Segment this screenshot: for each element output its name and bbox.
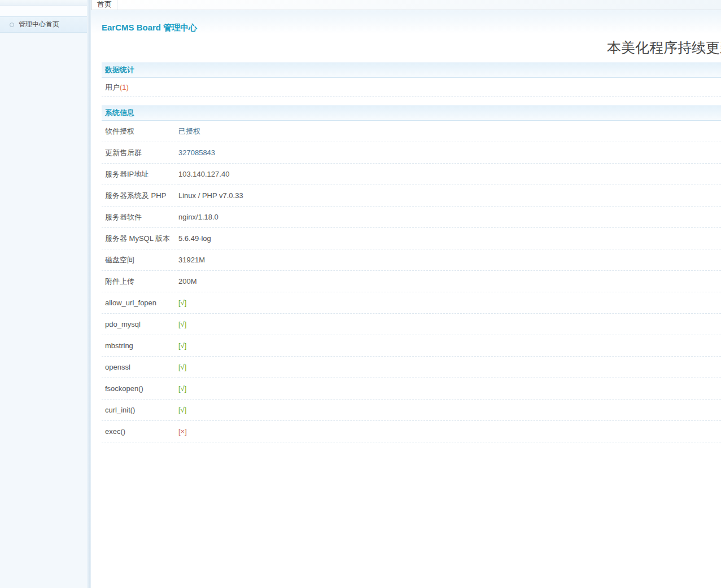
system-info-value: 200M [178,277,197,286]
system-info-table-body: 软件授权已授权更新售后群327085843服务器IP地址103.140.127.… [102,121,721,442]
system-info-value: 31921M [178,256,205,264]
check-ok-indicator: [√] [178,341,186,350]
system-info-row-label: fsockopen() [102,378,178,400]
system-info-row: openssl[√] [102,357,721,378]
marquee-text: 本美化程序持续更新 [102,40,721,56]
sidebar-item-admin-home[interactable]: 管理中心首页 [0,16,87,33]
sidebar-gap [0,6,87,16]
check-ok-indicator: [√] [178,363,186,371]
system-info-row: 附件上传200M [102,271,721,292]
system-info-value: 103.140.127.40 [178,170,229,178]
bullet-circle-icon [10,23,14,27]
system-info-row: 服务器系统及 PHPLinux / PHP v7.0.33 [102,185,721,207]
stats-user-row: 用户(1) [102,78,721,97]
content-area: EarCMS Board 管理中心 本美化程序持续更新 数据统计 用户(1) 系… [91,10,721,588]
page-title: EarCMS Board 管理中心 [102,10,721,32]
sidebar-top-strip [0,0,87,6]
stats-user-label: 用户 [105,83,120,91]
system-info-value-link[interactable]: 已授权 [178,127,200,135]
system-info-value: nginx/1.18.0 [178,213,219,221]
system-info-row: mbstring[√] [102,335,721,357]
main-area: 首页 EarCMS Board 管理中心 本美化程序持续更新 数据统计 用户(1… [91,0,721,588]
system-info-row: allow_url_fopen[√] [102,292,721,314]
system-info-row: pdo_mysql[√] [102,314,721,335]
system-info-row-label: 附件上传 [102,271,178,292]
tab-bar: 首页 [91,0,721,10]
system-info-panel-header: 系统信息 [102,105,721,121]
system-info-panel: 系统信息 软件授权已授权更新售后群327085843服务器IP地址103.140… [102,105,721,442]
app-window: 管理中心首页 首页 EarCMS Board 管理中心 本美化程序持续更新 数据… [0,0,721,588]
system-info-value: 5.6.49-log [178,234,211,243]
sidebar-divider [87,0,91,588]
system-info-row: 软件授权已授权 [102,121,721,142]
tab-home[interactable]: 首页 [91,0,117,10]
system-info-row-label: 软件授权 [102,121,178,142]
system-info-value-link[interactable]: 327085843 [178,148,215,157]
system-info-row: fsockopen()[√] [102,378,721,400]
system-info-row: 磁盘空间31921M [102,249,721,271]
system-info-row: 服务器 MySQL 版本5.6.49-log [102,228,721,249]
sidebar: 管理中心首页 [0,0,87,588]
marquee-banner: 本美化程序持续更新 [102,40,721,56]
system-info-row-label: curl_init() [102,400,178,421]
stats-panel-header: 数据统计 [102,62,721,78]
check-ok-indicator: [√] [178,299,186,307]
check-ok-indicator: [√] [178,320,186,328]
system-info-row: 服务器软件nginx/1.18.0 [102,207,721,228]
system-info-row: curl_init()[√] [102,400,721,421]
system-info-value: Linux / PHP v7.0.33 [178,191,243,200]
system-info-row-label: openssl [102,357,178,378]
system-info-row-label: 磁盘空间 [102,249,178,271]
system-info-row-label: exec() [102,421,178,442]
system-info-row-label: 服务器系统及 PHP [102,185,178,207]
system-info-row: exec()[×] [102,421,721,442]
sidebar-item-label: 管理中心首页 [19,17,59,32]
system-info-table: 软件授权已授权更新售后群327085843服务器IP地址103.140.127.… [102,121,721,442]
system-info-row-label: allow_url_fopen [102,292,178,314]
check-ok-indicator: [√] [178,384,186,393]
system-info-row-label: 服务器 MySQL 版本 [102,228,178,249]
system-info-row-label: mbstring [102,335,178,357]
check-ok-indicator: [√] [178,406,186,414]
system-info-row-label: pdo_mysql [102,314,178,335]
system-info-row: 服务器IP地址103.140.127.40 [102,164,721,185]
check-fail-indicator: [×] [178,427,187,436]
system-info-row-label: 服务器软件 [102,207,178,228]
stats-user-count: (1) [120,83,129,91]
system-info-row: 更新售后群327085843 [102,142,721,164]
system-info-row-label: 服务器IP地址 [102,164,178,185]
system-info-row-label: 更新售后群 [102,142,178,164]
stats-panel: 数据统计 用户(1) [102,62,721,97]
